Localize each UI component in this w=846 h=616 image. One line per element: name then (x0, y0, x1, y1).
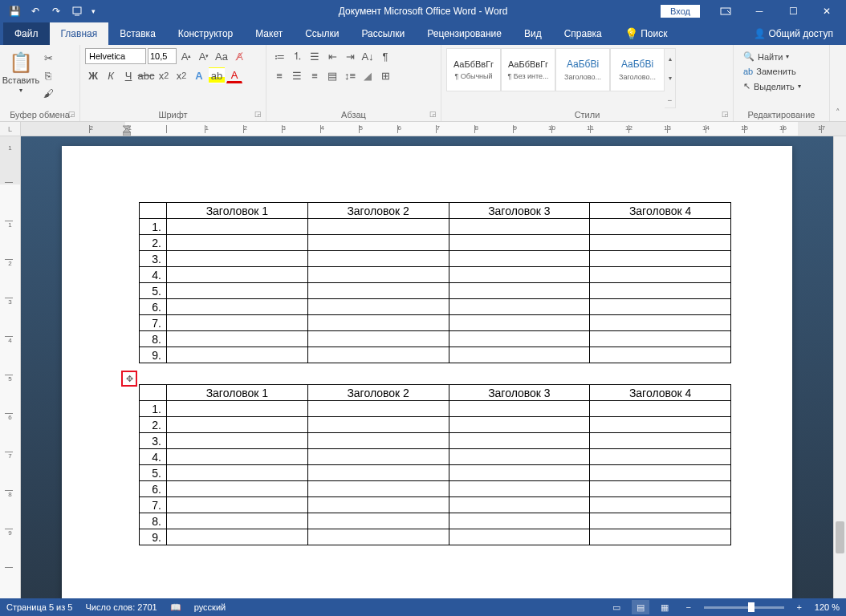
table-row-number[interactable]: 7. (140, 497, 167, 513)
style-heading1[interactable]: АаБбВіЗаголово... (555, 48, 610, 91)
clipboard-launcher[interactable]: ◲ (68, 110, 78, 120)
table-cell[interactable] (167, 433, 308, 449)
styles-launcher[interactable]: ◲ (722, 110, 731, 120)
table-cell[interactable] (449, 433, 590, 449)
tab-references[interactable]: Ссылки (294, 22, 350, 45)
table-row-number[interactable]: 5. (140, 465, 167, 481)
subscript-button[interactable]: x2 (156, 67, 172, 83)
font-size-input[interactable] (148, 48, 177, 64)
table-row-number[interactable]: 4. (140, 449, 167, 465)
line-spacing-button[interactable]: ↕≡ (342, 67, 358, 83)
table-cell[interactable] (307, 529, 449, 545)
table-cell[interactable] (167, 529, 308, 545)
bullets-button[interactable]: ≔ (271, 48, 287, 64)
table-cell[interactable] (590, 417, 731, 433)
document-scroll[interactable]: Заголовок 1Заголовок 2Заголовок 3Заголов… (21, 136, 833, 598)
table-cell[interactable] (307, 449, 449, 465)
table-cell[interactable] (307, 235, 449, 251)
cut-button[interactable]: ✂ (40, 50, 56, 66)
table-cell[interactable] (590, 347, 731, 363)
font-launcher[interactable]: ◲ (254, 110, 264, 120)
decrease-indent-button[interactable]: ⇤ (324, 48, 340, 64)
shading-button[interactable]: ◢ (360, 67, 376, 83)
ribbon-display-options-button[interactable] (710, 0, 742, 22)
table-header-cell[interactable]: Заголовок 3 (449, 385, 590, 401)
vertical-scrollbar[interactable] (833, 136, 846, 598)
table-cell[interactable] (167, 497, 308, 513)
table-cell[interactable] (590, 299, 731, 315)
table-cell[interactable] (449, 347, 590, 363)
table-cell[interactable] (590, 449, 731, 465)
table-cell[interactable] (449, 299, 590, 315)
replace-button[interactable]: abЗаменить (738, 65, 806, 78)
styles-more[interactable]: ▴▾⎯ (665, 48, 676, 108)
table-cell[interactable] (590, 433, 731, 449)
table-cell[interactable] (590, 497, 731, 513)
table-cell[interactable] (167, 513, 308, 529)
read-mode-button[interactable]: ▭ (608, 600, 625, 614)
style-normal[interactable]: АаБбВвГг¶ Обычный (446, 48, 501, 91)
tell-me[interactable]: 💡 Поиск (613, 22, 679, 45)
print-layout-button[interactable]: ▤ (632, 600, 649, 614)
font-color-button[interactable]: A (226, 67, 242, 83)
table-row-number[interactable]: 5. (140, 283, 167, 299)
zoom-slider[interactable] (704, 606, 784, 609)
table-row-number[interactable]: 4. (140, 267, 167, 283)
document-table-1[interactable]: Заголовок 1Заголовок 2Заголовок 3Заголов… (139, 202, 731, 363)
table-row-number[interactable]: 9. (140, 347, 167, 363)
tab-selector[interactable]: L (0, 122, 21, 136)
table-cell[interactable] (449, 529, 590, 545)
table-row-number[interactable]: 6. (140, 299, 167, 315)
table-cell[interactable] (590, 267, 731, 283)
table-cell[interactable] (167, 465, 308, 481)
table-cell[interactable] (590, 251, 731, 267)
table-row-number[interactable]: 3. (140, 251, 167, 267)
table-cell[interactable] (167, 417, 308, 433)
increase-indent-button[interactable]: ⇥ (342, 48, 358, 64)
copy-button[interactable]: ⎘ (40, 67, 56, 83)
table-cell[interactable] (307, 401, 449, 417)
table-cell[interactable] (307, 331, 449, 347)
save-button[interactable]: 💾 (5, 2, 24, 21)
scroll-thumb[interactable] (836, 521, 844, 553)
select-button[interactable]: ↖Выделить▾ (738, 79, 806, 93)
table-cell[interactable] (590, 401, 731, 417)
table-cell[interactable] (307, 315, 449, 331)
table-cell[interactable] (167, 251, 308, 267)
borders-button[interactable]: ⊞ (377, 67, 393, 83)
share-button[interactable]: 👤 Общий доступ (750, 28, 836, 39)
table-cell[interactable] (307, 417, 449, 433)
justify-button[interactable]: ▤ (324, 67, 340, 83)
table-cell[interactable] (590, 235, 731, 251)
table-cell[interactable] (167, 347, 308, 363)
table-cell[interactable] (449, 465, 590, 481)
table-cell[interactable] (449, 481, 590, 497)
sort-button[interactable]: A↓ (360, 48, 376, 64)
table-row-number[interactable]: 2. (140, 235, 167, 251)
table-cell[interactable] (449, 283, 590, 299)
table-cell[interactable] (449, 331, 590, 347)
tab-mailings[interactable]: Рассылки (350, 22, 416, 45)
table-cell[interactable] (590, 513, 731, 529)
tab-home[interactable]: Главная (50, 22, 109, 45)
table-cell[interactable] (449, 315, 590, 331)
table-cell[interactable] (167, 299, 308, 315)
numbering-button[interactable]: ⒈ (289, 48, 305, 64)
table-cell[interactable] (590, 219, 731, 235)
table-cell[interactable] (167, 235, 308, 251)
table-cell[interactable] (449, 235, 590, 251)
table-cell[interactable] (307, 347, 449, 363)
maximize-button[interactable]: ☐ (777, 0, 809, 22)
table-cell[interactable] (307, 433, 449, 449)
strikethrough-button[interactable]: abc (138, 67, 154, 83)
document-table-2[interactable]: Заголовок 1Заголовок 2Заголовок 3Заголов… (139, 384, 731, 545)
tab-file[interactable]: Файл (3, 22, 50, 45)
table-cell[interactable] (167, 331, 308, 347)
bold-button[interactable]: Ж (85, 67, 101, 83)
table-cell[interactable] (590, 529, 731, 545)
table-row-number[interactable]: 8. (140, 513, 167, 529)
multilevel-list-button[interactable]: ☰ (307, 48, 323, 64)
tab-view[interactable]: Вид (513, 22, 553, 45)
table-cell[interactable] (449, 497, 590, 513)
indent-marker[interactable] (123, 122, 131, 136)
